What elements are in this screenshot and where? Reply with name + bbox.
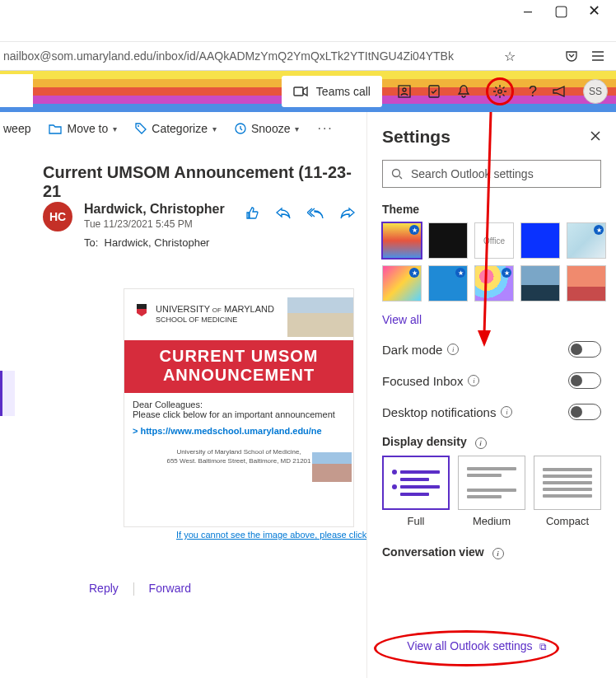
search-icon [391, 168, 403, 180]
reply-icon[interactable] [276, 206, 291, 221]
move-to-button[interactable]: Move to▾ [49, 122, 117, 135]
theme-mountains[interactable] [520, 265, 560, 302]
theme-label: Theme [382, 203, 601, 216]
forward-icon[interactable] [340, 206, 355, 221]
info-icon[interactable]: i [501, 406, 512, 418]
user-avatar[interactable]: SS [583, 79, 608, 104]
sweep-button[interactable]: weep [3, 122, 30, 135]
teams-call-button[interactable]: Teams call [282, 76, 382, 107]
focused-inbox-toggle[interactable] [568, 372, 601, 389]
desktop-notifications-toggle[interactable] [568, 404, 601, 420]
theme-rainbow[interactable]: ★ [382, 222, 422, 259]
forward-button[interactable]: Forward [149, 582, 191, 595]
theme-grid: ★ Office ★ ★ ★ ★ [382, 222, 601, 302]
app-header: Teams call ? SS [0, 71, 616, 112]
theme-blue[interactable] [520, 222, 560, 259]
settings-panel: Settings Search Outlook settings Theme ★… [366, 112, 616, 678]
theme-sunset[interactable] [567, 265, 606, 302]
umd-shield-icon [133, 302, 151, 327]
org-line1: UNIVERSITY of MARYLAND [156, 304, 274, 315]
bell-icon[interactable] [456, 84, 471, 99]
density-medium-label: Medium [458, 515, 525, 527]
clock-icon [235, 123, 246, 134]
theme-office[interactable]: Office [474, 222, 514, 259]
see-image-link[interactable]: If you cannot see the image above, pleas… [176, 530, 387, 540]
info-icon[interactable]: i [492, 548, 504, 559]
theme-scheme[interactable]: ★ [428, 265, 468, 302]
window-maximize[interactable]: ▢ [553, 3, 568, 18]
sender-avatar: HC [43, 202, 72, 231]
reply-button[interactable]: Reply [89, 582, 119, 595]
like-icon[interactable] [245, 206, 259, 221]
conversation-view-label: Conversation view [382, 545, 484, 559]
settings-button[interactable] [486, 77, 514, 105]
card-title-2: ANNOUNCEMENT [129, 366, 348, 385]
message-list-strip [0, 185, 15, 663]
categorize-button[interactable]: Categorize▾ [135, 122, 217, 135]
tag-icon [135, 123, 147, 134]
teams-call-label: Teams call [316, 85, 371, 98]
snooze-button[interactable]: Snooze▾ [235, 122, 299, 135]
hamburger-icon[interactable] [591, 50, 604, 62]
megaphone-icon[interactable] [552, 85, 568, 98]
theme-paint[interactable]: ★ [382, 265, 422, 302]
tasks-icon[interactable] [427, 84, 441, 99]
svg-rect-0 [294, 87, 303, 96]
card-body-2: Please click below for an important anno… [133, 409, 345, 419]
card-body-1: Dear Colleagues: [133, 400, 345, 409]
star-icon[interactable]: ☆ [504, 49, 516, 64]
footer-photo [312, 452, 352, 482]
app-logo [0, 74, 33, 107]
dark-mode-toggle[interactable] [568, 341, 601, 358]
contacts-icon[interactable] [397, 84, 412, 99]
org-line2: SCHOOL OF MEDICINE [156, 315, 274, 325]
info-icon[interactable]: i [475, 437, 487, 449]
density-full-label: Full [382, 515, 450, 527]
url-text[interactable]: nailbox@som.umaryland.edu/inbox/id/AAQkA… [0, 49, 491, 63]
more-actions-button[interactable]: ··· [317, 121, 333, 136]
density-medium[interactable] [458, 456, 525, 510]
dark-mode-label: Dark mode [382, 343, 442, 357]
card-link[interactable]: > https://www.medschool.umaryland.edu/ne [133, 426, 322, 436]
info-icon[interactable]: i [447, 344, 459, 355]
search-placeholder: Search Outlook settings [411, 167, 534, 180]
view-all-themes[interactable]: View all [382, 313, 601, 326]
reply-all-icon[interactable] [307, 206, 324, 221]
density-full[interactable] [382, 456, 450, 510]
card-title-1: CURRENT UMSOM [129, 347, 348, 366]
desktop-notifications-label: Desktop notifications [382, 405, 496, 419]
message-toolbar: weep Move to▾ Categorize▾ Snooze▾ ··· [0, 112, 366, 145]
display-density-label: Display density [382, 435, 467, 448]
gear-icon [492, 84, 507, 99]
theme-ribbon[interactable]: ★ [567, 222, 606, 259]
density-compact[interactable] [534, 456, 601, 510]
video-icon [293, 86, 308, 97]
sender-name: Hardwick, Christopher [84, 202, 225, 217]
density-compact-label: Compact [534, 515, 601, 527]
address-bar: nailbox@som.umaryland.edu/inbox/id/AAQkA… [0, 41, 616, 71]
theme-dots[interactable]: ★ [474, 265, 514, 302]
svg-point-5 [138, 125, 139, 127]
svg-point-2 [403, 88, 406, 91]
folder-icon [49, 123, 62, 134]
view-all-outlook-settings[interactable]: View all Outlook settings⧉ [407, 639, 546, 652]
to-recipient: Hardwick, Christopher [105, 236, 210, 249]
focused-inbox-label: Focused Inbox [382, 374, 463, 388]
svg-rect-7 [137, 304, 147, 309]
window-close[interactable]: ✕ [586, 3, 601, 18]
info-icon[interactable]: i [468, 375, 479, 386]
help-icon[interactable]: ? [529, 83, 537, 101]
svg-point-4 [498, 90, 502, 93]
email-body-card: UNIVERSITY of MARYLAND SCHOOL OF MEDICIN… [124, 288, 354, 527]
theme-black[interactable] [428, 222, 468, 259]
external-icon: ⧉ [539, 641, 547, 652]
svg-point-8 [393, 170, 400, 177]
settings-search[interactable]: Search Outlook settings [382, 160, 601, 188]
sent-date: Tue 11/23/2021 5:45 PM [84, 218, 225, 230]
svg-rect-3 [429, 86, 439, 97]
header-photo [287, 297, 353, 337]
to-label: To: [84, 236, 98, 249]
pocket-icon[interactable] [565, 49, 578, 63]
close-icon[interactable] [590, 130, 601, 142]
window-minimize[interactable]: – [520, 3, 535, 18]
